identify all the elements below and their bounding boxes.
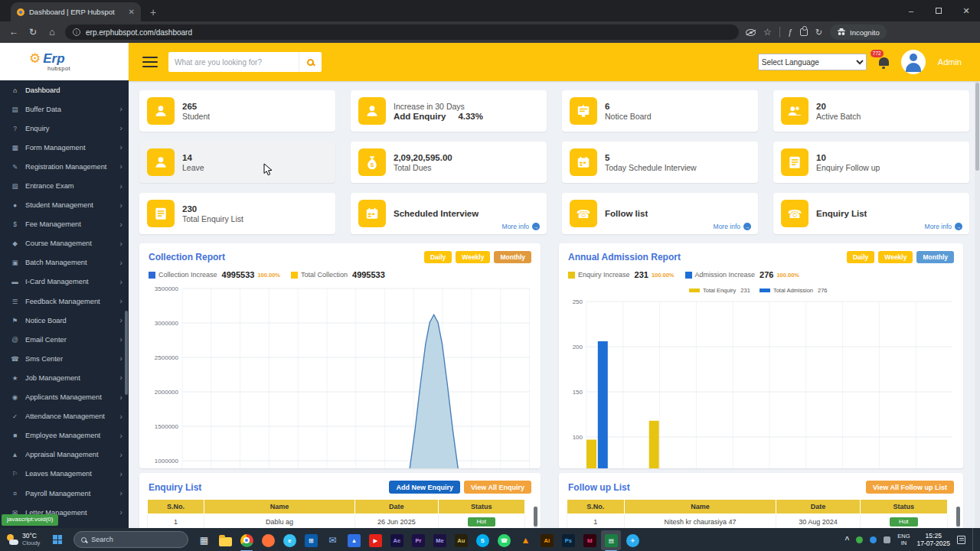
- tab-close-icon[interactable]: ✕: [129, 8, 135, 16]
- mail-icon[interactable]: ✉: [322, 530, 342, 550]
- after-effects-icon[interactable]: Ae: [387, 530, 407, 550]
- audition-icon[interactable]: Au: [451, 530, 471, 550]
- sidebar-item-attendance-management[interactable]: ✓Attendance Management›: [0, 407, 129, 426]
- sync-icon[interactable]: ↻: [815, 28, 822, 37]
- sidebar-item-enquiry[interactable]: ?Enquiry›: [0, 119, 129, 138]
- sidebar-item-fee-management[interactable]: $Fee Management›: [0, 215, 129, 234]
- sidebar-item-batch-management[interactable]: ▣Batch Management›: [0, 253, 129, 272]
- password-eye-icon[interactable]: [746, 29, 756, 36]
- table-row[interactable]: 1Nitesh kr chaurasiya 4730 Aug 2024Hot: [567, 514, 948, 529]
- window-minimize-button[interactable]: –: [897, 0, 925, 21]
- display-icon[interactable]: [884, 536, 890, 543]
- extensions-puzzle-icon[interactable]: [800, 28, 808, 36]
- notifications-button[interactable]: 772: [879, 55, 889, 69]
- sidebar-item-form-management[interactable]: ▦Form Management›: [0, 138, 129, 157]
- sidebar-item-feedback-management[interactable]: ☰Feedback Management›: [0, 292, 129, 311]
- bookmark-star-icon[interactable]: ☆: [763, 27, 772, 37]
- header-search-input[interactable]: [168, 52, 299, 72]
- button-monthly[interactable]: Monthly: [494, 251, 531, 263]
- sidebar-item-dashboard[interactable]: ⌂Dashboard: [0, 80, 129, 99]
- show-desktop-button[interactable]: [972, 528, 975, 551]
- firefox-icon[interactable]: [258, 530, 278, 550]
- table-scrollbar[interactable]: [534, 507, 537, 528]
- button-weekly[interactable]: Weekly: [878, 251, 913, 263]
- sidebar-item-email-center[interactable]: @Email Center›: [0, 330, 129, 349]
- new-tab-button[interactable]: +: [150, 7, 156, 18]
- reload-icon[interactable]: ↻: [27, 28, 39, 37]
- cloud-icon[interactable]: [870, 536, 877, 543]
- menu-toggle-button[interactable]: [142, 57, 158, 68]
- button-daily[interactable]: Daily: [424, 251, 452, 263]
- stat-card-follow-list[interactable]: ☎Follow listMore info→: [562, 193, 758, 234]
- stat-card-active-batch[interactable]: 20Active Batch: [773, 90, 969, 132]
- tray-expand-icon[interactable]: ^: [844, 536, 849, 544]
- button-add-new-enquiry[interactable]: Add New Enquiry: [389, 481, 460, 494]
- address-bar[interactable]: i erp.erphubspot.com/dashboard: [65, 24, 739, 40]
- stat-card-today-schedule-interview[interactable]: 5Today Schedule Interview: [562, 142, 758, 183]
- notification-center-icon[interactable]: [957, 536, 965, 544]
- antivirus-icon[interactable]: [856, 536, 863, 543]
- sidebar-item-student-management[interactable]: ●Student Management›: [0, 196, 129, 215]
- browser-tab[interactable]: Dashboard | ERP Hubspot ✕: [11, 2, 141, 21]
- sidebar-item-sms-center[interactable]: ☎Sms Center›: [0, 349, 129, 368]
- file-explorer-icon[interactable]: [215, 530, 235, 550]
- sidebar-item-course-management[interactable]: ◆Course Management›: [0, 234, 129, 253]
- stat-card-enquiry-follow-up[interactable]: 10Enquiry Follow up: [773, 142, 969, 183]
- photoshop-icon[interactable]: Ps: [558, 530, 578, 550]
- table-row[interactable]: 1Dablu ag26 Jun 2025Hot: [148, 514, 525, 529]
- sidebar-item-applicants-management[interactable]: ◉Applicants Management›: [0, 388, 129, 407]
- start-button[interactable]: [46, 528, 69, 551]
- stat-card-total-dues[interactable]: $2,09,20,595.00Total Dues: [351, 142, 547, 183]
- store-icon[interactable]: ⊞: [301, 530, 321, 550]
- sidebar-item-job-management[interactable]: ★Job Management›: [0, 368, 129, 387]
- taskbar-search[interactable]: Search: [74, 531, 188, 548]
- spreadsheet-icon[interactable]: ▤: [601, 530, 621, 550]
- clock[interactable]: 15:25 17-07-2025: [917, 532, 950, 547]
- back-icon[interactable]: ←: [8, 28, 20, 37]
- extension-f-icon[interactable]: ƒ: [788, 28, 792, 37]
- button-monthly[interactable]: Monthly: [916, 251, 954, 263]
- button-daily[interactable]: Daily: [847, 251, 874, 263]
- youtube-icon[interactable]: ▶: [365, 530, 385, 550]
- media-encoder-icon[interactable]: Me: [430, 530, 449, 550]
- stat-card-scheduled-interview[interactable]: Scheduled InterviewMore info→: [351, 193, 547, 234]
- language-indicator[interactable]: ENG IN: [897, 533, 910, 546]
- language-select[interactable]: Select Language: [758, 54, 867, 70]
- home-icon[interactable]: ⌂: [46, 28, 58, 37]
- stat-card-total-enquiry-list[interactable]: 230Total Enquiry List: [139, 193, 335, 234]
- sidebar-item-registration-management[interactable]: ✎Registration Management›: [0, 157, 129, 176]
- sidebar-item-buffer-data[interactable]: ▤Buffer Data›: [0, 99, 129, 119]
- sidebar-item-payroll-management[interactable]: ¤Payroll Management›: [0, 484, 129, 503]
- indesign-icon[interactable]: Id: [580, 530, 599, 550]
- premiere-icon[interactable]: Pr: [408, 530, 428, 550]
- table-scrollbar[interactable]: [956, 507, 960, 528]
- more-info-link[interactable]: More info→: [502, 223, 540, 230]
- sidebar-item-leaves-management[interactable]: ⚐Leaves Management›: [0, 465, 129, 484]
- stat-card-enquiry-list[interactable]: ☎Enquiry ListMore info→: [773, 193, 969, 234]
- more-info-link[interactable]: More info→: [925, 223, 962, 230]
- edge-icon[interactable]: e: [279, 530, 299, 550]
- header-search-button[interactable]: [299, 52, 322, 72]
- more-info-link[interactable]: More info→: [714, 223, 751, 230]
- illustrator-icon[interactable]: Ai: [537, 530, 557, 550]
- button-view-all-enquiry[interactable]: View All Enquiry: [464, 481, 531, 494]
- sidebar-item-i-card-management[interactable]: ▬I-Card Management›: [0, 272, 129, 292]
- sidebar-scrollbar[interactable]: [125, 311, 128, 395]
- user-avatar[interactable]: [901, 50, 926, 74]
- sidebar-item-entrance-exam[interactable]: ▧Entrance Exam›: [0, 176, 129, 195]
- site-info-icon[interactable]: i: [73, 28, 80, 36]
- button-view-all-follow-up-list[interactable]: View All Follow up List: [866, 481, 954, 494]
- sidebar-item-appraisal-management[interactable]: ▲Appraisal Management›: [0, 445, 129, 465]
- stat-card-student[interactable]: 265Student: [139, 90, 335, 132]
- chrome-icon[interactable]: [237, 530, 256, 550]
- whatsapp-icon[interactable]: ☎: [494, 530, 514, 550]
- weather-widget[interactable]: 30°C Cloudy: [0, 528, 46, 551]
- window-maximize-button[interactable]: [925, 0, 952, 21]
- sidebar-item-notice-board[interactable]: ⚑Notice Board›: [0, 311, 129, 330]
- sidebar-item-employee-management[interactable]: ■Employee Management›: [0, 426, 129, 445]
- vlc-icon[interactable]: ▲: [515, 530, 535, 550]
- stat-card-leave[interactable]: 14Leave: [139, 142, 335, 183]
- skype-icon[interactable]: S: [472, 530, 492, 550]
- stat-card-add-enquiry[interactable]: Increase in 30 DaysAdd Enquiry4.33%: [351, 90, 547, 132]
- stat-card-notice-board[interactable]: 6Notice Board: [562, 90, 758, 132]
